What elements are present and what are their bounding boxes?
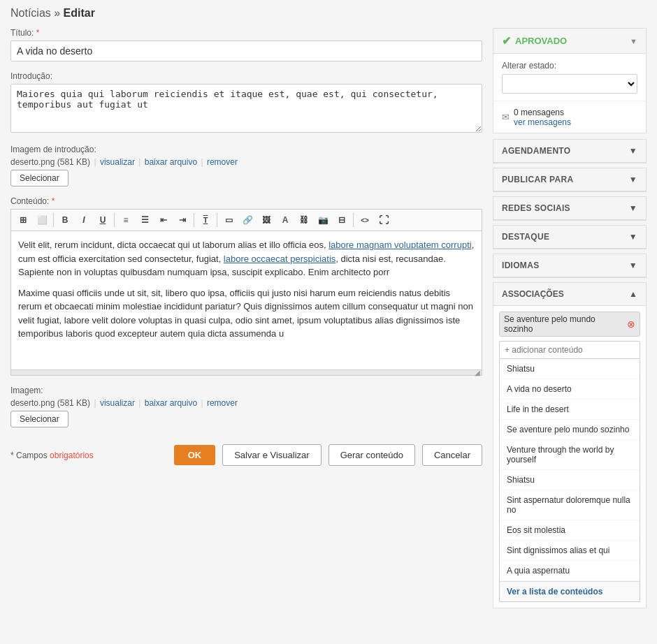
toolbar-btn-source[interactable]: ⊞	[14, 212, 32, 228]
chevron-down-icon: ▼	[629, 261, 637, 270]
messages-count: 0 mensagens	[514, 108, 564, 117]
imagem-label: Imagem:	[10, 386, 482, 395]
form-footer: * Campos obrigatórios OK Salvar e Visual…	[10, 437, 482, 473]
dropdown-item-se-aventure[interactable]: Se aventure pelo mundo sozinho	[500, 420, 640, 440]
salvar-visualizar-button[interactable]: Salvar e Visualizar	[222, 444, 321, 466]
toolbar-btn-underline[interactable]: U	[94, 212, 112, 228]
dropdown-item-sint-aspernatur[interactable]: Sint aspernatur doloremque nulla no	[500, 490, 640, 520]
imagem-intro-remove-link[interactable]: remover	[207, 157, 238, 167]
editor-toolbar: ⊞ ⬜ B I U ≡ ☰ ⇤ ⇥ T ▭ 🔗 🖼	[10, 209, 482, 230]
chevron-up-icon: ▲	[629, 289, 637, 299]
dropdown-item-sint-dignissimos[interactable]: Sint dignissimos alias et qui	[500, 541, 640, 561]
accordion-idiomas-header[interactable]: IDIOMAS ▼	[493, 254, 646, 277]
editor-paragraph-2: Maxime quasi officiis unde ut sit, sit, …	[18, 286, 475, 341]
alterar-label: Alterar estado:	[502, 61, 637, 71]
cancelar-button[interactable]: Cancelar	[422, 444, 482, 466]
accordion-agendamento-header[interactable]: AGENDAMENTO ▼	[493, 140, 646, 163]
toolbar-btn-bold[interactable]: B	[56, 212, 74, 228]
associations-header[interactable]: ASSOCIAÇÕES ▲	[493, 283, 646, 306]
toolbar-btn-link[interactable]: ⛓	[295, 212, 313, 228]
toolbar-btn-indent[interactable]: ⇥	[173, 212, 192, 228]
toolbar-btn-italic[interactable]: I	[75, 212, 93, 228]
required-note: * Campos obrigatórios	[10, 451, 94, 460]
add-content-input[interactable]	[499, 341, 640, 359]
breadcrumb-sep: »	[54, 7, 60, 19]
tag-label: Se aventure pelo mundo sozinho	[504, 314, 623, 334]
imagem-view-link[interactable]: visualizar	[100, 398, 135, 408]
dropdown-item-life-in-the-desert[interactable]: Life in the desert	[500, 400, 640, 420]
toolbar-btn-table[interactable]: ⊟	[333, 212, 351, 228]
message-icon: ✉	[502, 112, 510, 122]
dropdown-item-a-vida-no-deserto[interactable]: A vida no deserto	[500, 379, 640, 400]
imagem-selecionar-button[interactable]: Selecionar	[10, 411, 68, 427]
imagem-intro-view-link[interactable]: visualizar	[100, 157, 135, 167]
approved-icon: ✔	[502, 34, 511, 47]
dropdown-item-eos-sit[interactable]: Eos sit molestia	[500, 520, 640, 541]
messages-row: ✉ 0 mensagens ver mensagens	[493, 101, 646, 133]
status-label: APROVADO	[515, 36, 567, 46]
editor-paragraph-1: Velit elit, rerum incidunt, dicta occaec…	[18, 238, 475, 279]
introducao-textarea[interactable]: Maiores quia qui laborum reiciendis et i…	[10, 84, 482, 133]
chevron-down-icon: ▼	[629, 203, 637, 213]
toolbar-btn-source2[interactable]: <>	[356, 212, 374, 228]
dropdown-item-ver-lista[interactable]: Ver a lista de conteúdos	[500, 581, 640, 601]
gerar-conteudo-button[interactable]: Gerar conteúdo	[328, 444, 415, 466]
imagem-info: deserto.png (581 KB) | visualizar | baix…	[10, 398, 482, 408]
imagem-download-link[interactable]: baixar arquivo	[145, 398, 197, 408]
ok-button[interactable]: OK	[174, 445, 216, 465]
imagem-intro-label: Imagem de introdução:	[10, 145, 482, 154]
toolbar-btn-image2[interactable]: ▭	[219, 212, 238, 228]
toolbar-btn-ul[interactable]: ☰	[136, 212, 154, 228]
chevron-down-icon: ▼	[629, 232, 637, 242]
dropdown-item-a-quia[interactable]: A quia aspernatu	[500, 561, 640, 581]
accordion-agendamento: AGENDAMENTO ▼	[493, 139, 647, 163]
accordion-redes-header[interactable]: REDES SOCIAIS ▼	[493, 197, 646, 220]
accordion-publicar-header[interactable]: PUBLICAR PARA ▼	[493, 168, 646, 191]
associations-box: ASSOCIAÇÕES ▲ Se aventure pelo mundo soz…	[493, 282, 647, 608]
accordion-idiomas: IDIOMAS ▼	[493, 254, 647, 278]
required-link[interactable]: obrigatórios	[50, 451, 94, 460]
editor-area[interactable]: Velit elit, rerum incidunt, dicta occaec…	[10, 230, 482, 370]
toolbar-btn-fullscreen[interactable]: ⛶	[375, 212, 393, 228]
status-header[interactable]: ✔ APROVADO ▼	[493, 29, 646, 54]
editor-resize-handle[interactable]: ◢	[10, 370, 482, 376]
toolbar-btn-attach[interactable]: 🔗	[238, 212, 257, 228]
association-tag: Se aventure pelo mundo sozinho ⊗	[499, 312, 640, 337]
tag-remove-button[interactable]: ⊗	[627, 319, 635, 329]
chevron-down-icon: ▼	[629, 175, 637, 184]
toolbar-btn-ol[interactable]: ≡	[117, 212, 135, 228]
imagem-intro-selecionar-button[interactable]: Selecionar	[10, 170, 68, 186]
accordion-redes-sociais: REDES SOCIAIS ▼	[493, 196, 647, 221]
imagem-remove-link[interactable]: remover	[207, 398, 238, 408]
toolbar-btn-image3[interactable]: 🖼	[257, 212, 275, 228]
ver-mensagens-link[interactable]: ver mensagens	[514, 117, 571, 127]
dropdown-item-shiatsu2[interactable]: Shiatsu	[500, 470, 640, 490]
introducao-label: Introdução:	[10, 71, 482, 81]
status-box: ✔ APROVADO ▼ Alterar estado: ✉ 0 mensage…	[493, 28, 647, 133]
associations-dropdown: Shiatsu A vida no deserto Life in the de…	[499, 359, 640, 602]
accordion-destaque: DESTAQUE ▼	[493, 225, 647, 249]
breadcrumb-current: Editar	[64, 7, 95, 19]
chevron-down-icon: ▼	[629, 146, 637, 156]
toolbar-btn-fontcolor[interactable]: A	[276, 212, 294, 228]
breadcrumb: Notícias » Editar	[10, 7, 647, 20]
dropdown-item-venture-through[interactable]: Venture through the world by yourself	[500, 440, 640, 470]
breadcrumb-parent: Notícias	[10, 7, 51, 19]
titulo-label: Título: *	[10, 28, 482, 38]
titulo-input[interactable]	[10, 41, 482, 61]
conteudo-label: Conteúdo: *	[10, 196, 482, 206]
toolbar-btn-maximize[interactable]: ⬜	[33, 212, 51, 228]
imagem-intro-info: deserto.png (581 KB) | visualizar | baix…	[10, 157, 482, 167]
accordion-destaque-header[interactable]: DESTAQUE ▼	[493, 226, 646, 249]
toolbar-btn-outdent[interactable]: ⇤	[154, 212, 173, 228]
imagem-intro-download-link[interactable]: baixar arquivo	[145, 157, 197, 167]
toolbar-btn-format[interactable]: T	[196, 212, 215, 228]
dropdown-item-shiatsu1[interactable]: Shiatsu	[500, 359, 640, 379]
toolbar-btn-imagelink[interactable]: 📷	[314, 212, 332, 228]
accordion-publicar-para: PUBLICAR PARA ▼	[493, 168, 647, 192]
chevron-down-icon: ▼	[630, 37, 637, 45]
alterar-estado-select[interactable]	[502, 74, 637, 94]
